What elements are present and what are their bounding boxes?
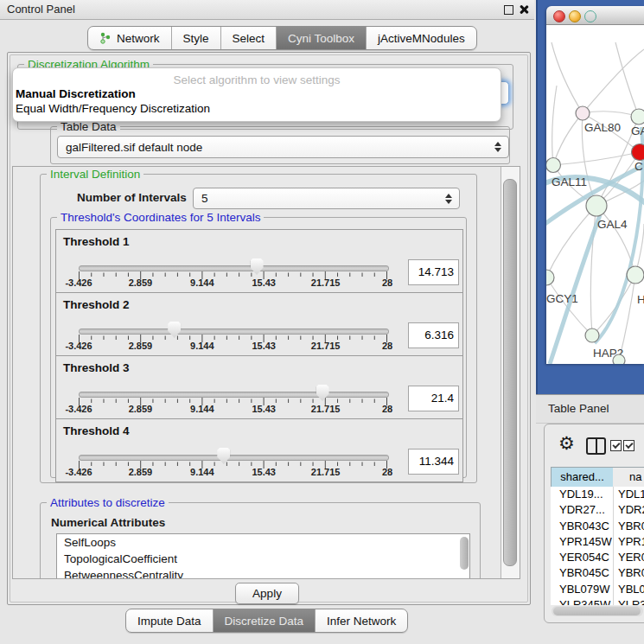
table-row[interactable]: YDL19...YDL1 <box>551 487 644 502</box>
network-edge[interactable] <box>592 275 635 335</box>
network-window-titlebar <box>546 6 644 25</box>
network-canvas[interactable]: GAL80GACGAL11GAL4GCY1HHAP2 <box>546 25 644 364</box>
network-node[interactable] <box>632 144 644 161</box>
table-row[interactable]: YBL079WYBL0 <box>551 582 644 597</box>
network-edge[interactable] <box>583 112 639 117</box>
threshold-value-field[interactable]: 21.4 <box>408 386 459 411</box>
cell-shared-name: YER054C <box>551 550 613 565</box>
list-scrollbar-thumb[interactable] <box>460 537 469 570</box>
table-row[interactable]: YBR043CYBR0 <box>551 519 644 534</box>
network-node[interactable] <box>546 270 554 285</box>
table-hscrollbar-thumb[interactable] <box>553 607 641 615</box>
slider-tick-label: 2.859 <box>129 467 153 477</box>
column-header-shared-name[interactable]: shared... <box>551 467 614 488</box>
cyni-bottom-tabs: Impute Data Discretize Data Infer Networ… <box>125 609 408 633</box>
table-row[interactable]: YLR345WYLR3 <box>551 597 644 605</box>
tab-network[interactable]: Network <box>88 27 172 49</box>
network-icon <box>99 32 112 44</box>
network-node[interactable] <box>631 109 644 124</box>
threshold-slider-track[interactable] <box>79 265 389 271</box>
threshold-value-field[interactable]: 11.344 <box>408 449 459 475</box>
table-row[interactable]: YER054CYER0 <box>551 550 644 565</box>
table-row[interactable]: YPR145WYPR1 <box>551 534 644 550</box>
settings-scrollbar-thumb[interactable] <box>503 179 517 566</box>
network-node[interactable] <box>585 328 599 342</box>
number-of-intervals-label: Number of Intervals <box>77 191 187 204</box>
attribute-item[interactable]: SelfLoops <box>57 534 469 551</box>
dropdown-hint: Select algorithm to view settings <box>13 73 501 86</box>
network-edge[interactable] <box>553 113 583 165</box>
threshold-slider-track[interactable] <box>79 392 389 398</box>
tab-cyni-toolbox[interactable]: Cyni Toolbox <box>277 27 367 49</box>
slider-tick-label: 2.859 <box>129 341 153 351</box>
network-edge[interactable] <box>615 42 639 117</box>
cell-shared-name: YBR043C <box>551 519 613 534</box>
network-node[interactable] <box>586 195 607 216</box>
numerical-attributes-list[interactable]: SelfLoopsTopologicalCoefficientBetweenne… <box>56 533 470 579</box>
minimize-traffic-light-icon[interactable] <box>569 10 581 22</box>
network-node[interactable] <box>613 354 625 364</box>
cell-shared-name: YDL19... <box>551 487 613 502</box>
threshold-label: Threshold 4 <box>63 424 130 437</box>
dropdown-item-equal-width-frequency[interactable]: Equal Width/Frequency Discretization <box>16 102 210 115</box>
cell-shared-name: YDR27... <box>551 502 613 518</box>
slider-tick-label: 21.715 <box>311 404 341 414</box>
slider-tick-label: 28 <box>382 467 392 477</box>
float-window-icon[interactable] <box>504 5 513 15</box>
dropdown-item-manual-discretization[interactable]: Manual Discretization <box>16 87 136 100</box>
tab-impute-data[interactable]: Impute Data <box>126 609 214 632</box>
network-node[interactable] <box>546 158 561 173</box>
threshold-slider-track[interactable] <box>79 455 389 461</box>
network-node-label: GCY1 <box>546 292 578 305</box>
table-row[interactable]: YDR27...YDR2 <box>551 502 644 518</box>
tab-discretize-data[interactable]: Discretize Data <box>214 609 316 632</box>
threshold-box: Threshold 3-3.4262.8599.14415.4321.71528… <box>55 355 463 419</box>
network-node[interactable] <box>576 106 590 120</box>
slider-tick-label: 9.144 <box>190 341 214 351</box>
network-node-label: GAL11 <box>552 175 587 188</box>
network-edge[interactable] <box>552 86 557 165</box>
checkbox-icon[interactable] <box>623 440 634 451</box>
slider-ticks <box>79 335 387 343</box>
gear-icon[interactable]: ⚙ <box>558 434 575 452</box>
network-window: GAL80GACGAL11GAL4GCY1HHAP2 <box>546 6 644 364</box>
apply-button[interactable]: Apply <box>235 583 299 604</box>
network-graph: GAL80GACGAL11GAL4GCY1HHAP2 <box>546 25 644 364</box>
settings-scrollbar-track[interactable] <box>501 167 520 578</box>
slider-tick-label: 9.144 <box>190 467 214 477</box>
tab-infer-network[interactable]: Infer Network <box>316 609 407 632</box>
attribute-item[interactable]: BetweennessCentrality <box>57 567 469 579</box>
cell-name: YBR0 <box>613 519 644 534</box>
network-node[interactable] <box>627 266 644 284</box>
table-data-combobox[interactable]: galFiltered.sif default node <box>57 136 509 158</box>
slider-tick-label: 9.144 <box>190 277 214 288</box>
number-of-intervals-combobox[interactable]: 5 <box>193 188 460 209</box>
attribute-items: SelfLoopsTopologicalCoefficientBetweenne… <box>57 534 469 579</box>
zoom-traffic-light-icon[interactable] <box>584 10 596 22</box>
cell-shared-name: YPR145W <box>551 534 613 550</box>
settings-scrollpane: Interval Definition Number of Intervals … <box>12 166 520 579</box>
threshold-value-field[interactable]: 14.713 <box>408 259 459 285</box>
slider-tick-label: 2.859 <box>129 404 153 414</box>
close-icon[interactable] <box>519 4 529 15</box>
tab-style[interactable]: Style <box>172 27 221 49</box>
network-edge[interactable] <box>583 49 644 113</box>
slider-ticks <box>79 398 387 406</box>
table-hscrollbar-track[interactable] <box>552 606 643 616</box>
thresholds-group-title: Threshold's Coordinates for 5 Intervals <box>57 211 264 224</box>
threshold-slider-track[interactable] <box>79 328 389 335</box>
network-edge[interactable] <box>553 152 640 165</box>
close-traffic-light-icon[interactable] <box>553 10 565 22</box>
slider-tick-label: 15.43 <box>252 277 276 288</box>
tab-jactivemnodules[interactable]: jActiveMNodules <box>367 27 476 49</box>
tab-select[interactable]: Select <box>221 27 277 49</box>
column-header-name[interactable]: na <box>613 467 644 488</box>
split-pane-icon[interactable] <box>586 437 606 455</box>
table-row[interactable]: YBR045CYBR0 <box>551 565 644 581</box>
checkbox-icon[interactable] <box>610 440 622 451</box>
table-data-title: Table Data <box>57 120 120 133</box>
attribute-item[interactable]: TopologicalCoefficient <box>57 551 469 567</box>
network-edge[interactable] <box>552 42 583 113</box>
threshold-value-field[interactable]: 6.316 <box>408 322 459 348</box>
threshold-label: Threshold 2 <box>63 298 130 311</box>
